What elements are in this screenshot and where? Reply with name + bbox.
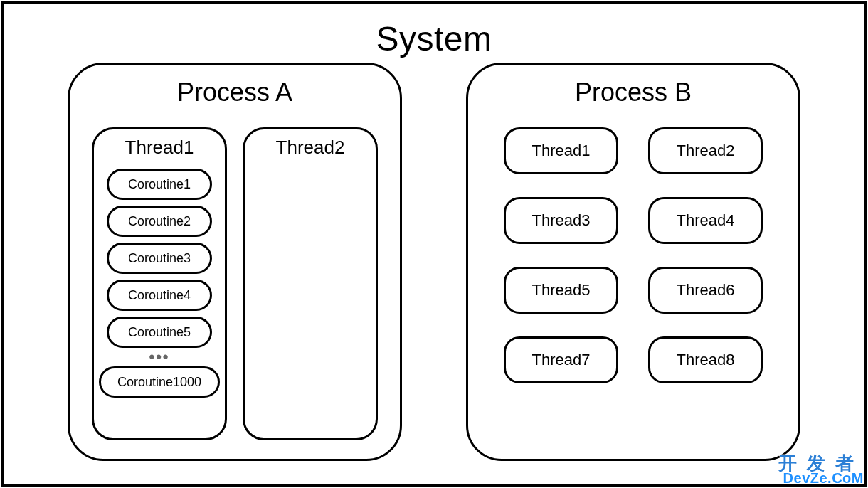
- thread2-title: Thread2: [250, 137, 370, 159]
- watermark: 开发者 DevZe.CoM: [778, 454, 864, 485]
- coroutine-item-last: Coroutine1000: [99, 366, 220, 398]
- thread-cell: Thread4: [648, 197, 763, 244]
- thread1-box: Thread1 Coroutine1 Coroutine2 Coroutine3…: [92, 127, 227, 440]
- coroutine-item: Coroutine5: [107, 317, 212, 348]
- thread-cell: Thread3: [504, 197, 618, 244]
- process-a-title: Process A: [90, 78, 380, 107]
- processes-row: Process A Thread1 Coroutine1 Coroutine2 …: [4, 63, 864, 461]
- ellipsis-icon: •••: [149, 354, 169, 361]
- thread2-box: Thread2: [243, 127, 378, 440]
- thread1-title: Thread1: [100, 137, 219, 159]
- coroutine-list: Coroutine1 Coroutine2 Coroutine3 Corouti…: [100, 169, 219, 398]
- coroutine-item: Coroutine1: [107, 169, 212, 200]
- thread-cell: Thread1: [504, 127, 618, 174]
- thread-cell: Thread8: [648, 336, 763, 383]
- thread-cell: Thread6: [648, 267, 763, 314]
- system-title: System: [4, 19, 864, 58]
- coroutine-item: Coroutine2: [107, 206, 212, 237]
- thread-cell: Thread2: [648, 127, 763, 174]
- process-a-box: Process A Thread1 Coroutine1 Coroutine2 …: [68, 63, 402, 461]
- thread-cell: Thread5: [504, 267, 618, 314]
- thread-cell: Thread7: [504, 336, 618, 383]
- coroutine-item: Coroutine3: [107, 243, 212, 274]
- process-b-title: Process B: [488, 78, 778, 107]
- coroutine-item: Coroutine4: [107, 280, 212, 311]
- process-b-box: Process B Thread1 Thread2 Thread3 Thread…: [466, 63, 800, 461]
- watermark-line2: DevZe.CoM: [778, 471, 864, 485]
- process-a-threads: Thread1 Coroutine1 Coroutine2 Coroutine3…: [90, 127, 380, 440]
- diagram-frame: System Process A Thread1 Coroutine1 Coro…: [1, 1, 867, 487]
- process-b-thread-grid: Thread1 Thread2 Thread3 Thread4 Thread5 …: [488, 127, 778, 383]
